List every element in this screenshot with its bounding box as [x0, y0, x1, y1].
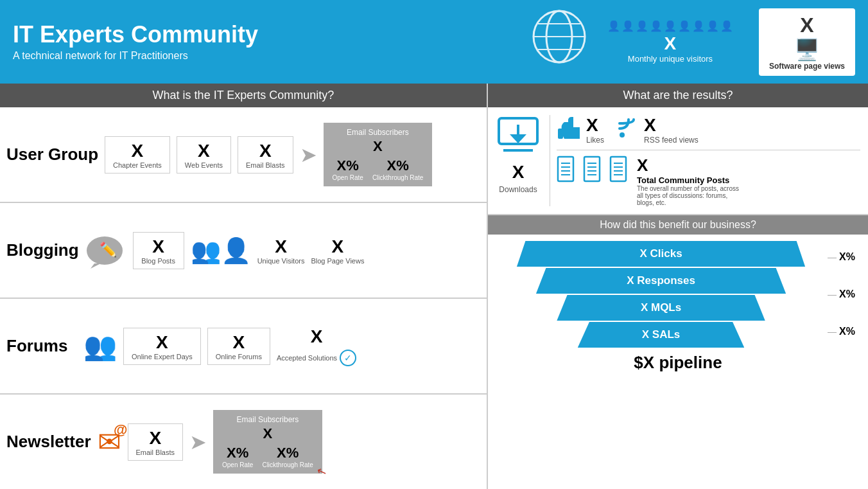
header-stats: 👤 👤 👤 👤 👤 👤 👤 👤 👤 X Monthly unique visit… [607, 8, 855, 76]
chapter-x: X [132, 141, 144, 161]
newsletter-subscribers-x: X [263, 425, 273, 442]
funnel-wrapper: X Clicks X Responses X MQLs X SALs [501, 241, 855, 348]
checkmark-icon: ✓ [340, 350, 356, 366]
header-left: IT Experts Community A technical network… [13, 22, 511, 62]
people-icons: 👤 👤 👤 👤 👤 👤 👤 👤 👤 [607, 20, 733, 32]
forums-people-icon: 👥 [83, 330, 117, 362]
newsletter-open-rate: X% Open Rate [222, 445, 253, 468]
results-grid: X Downloads X [488, 107, 868, 215]
forums-section: Forums 👥 X Online Expert Days X Online F… [0, 299, 487, 395]
unique-visitors-metric: X Unique Visitors [257, 236, 305, 265]
funnel-pct2: — X% [828, 289, 855, 300]
responses-label: Responses [637, 274, 695, 287]
blog-views-metric: X Blog Page Views [311, 236, 364, 265]
software-x-value: X [800, 13, 813, 37]
blog-posts-label: Blog Posts [141, 257, 175, 265]
person-icon: 👤 [706, 20, 719, 32]
funnel-pct1: — X% [828, 251, 855, 263]
newsletter-email-rates: X% Open Rate X% Clickthrough Rate [222, 445, 313, 468]
blog-views-x: X [332, 236, 344, 257]
app-subtitle: A technical network for IT Practitioners [13, 50, 511, 62]
thumbs-up-icon [557, 116, 582, 144]
newsletter-email-subscribers-box: Email Subscribers X X% Open Rate X% Clic… [213, 410, 322, 474]
cursor-icon: ↖ [315, 463, 329, 480]
blog-posts-metric: X Blog Posts [133, 232, 184, 269]
results-top-row: X Likes [557, 115, 860, 150]
likes-metric: X Likes [586, 115, 604, 145]
ug-subscribers-x: X [373, 138, 383, 155]
person-icon: 👤 [720, 20, 733, 32]
blogging-title: Blogging [6, 240, 79, 260]
forums-items: 👥 X Online Expert Days X Online Forums X… [83, 326, 480, 366]
pct2-value: X% [839, 289, 855, 300]
svg-point-13 [620, 132, 625, 138]
web-events-metric: X Web Events [177, 136, 231, 173]
online-forums-label: Online Forums [216, 353, 262, 360]
blog-views-label: Blog Page Views [311, 257, 364, 265]
rss-metric: X RSS feed views [644, 115, 699, 145]
ug-subscribers-title: Email Subscribers [347, 128, 409, 137]
email-blasts-ug-metric: X Email Blasts [238, 136, 293, 173]
svg-rect-14 [558, 157, 573, 181]
expert-days-x: X [156, 332, 168, 353]
unique-visitors-icon: 👥👤 [191, 236, 251, 265]
newsletter-subscribers-title: Email Subscribers [237, 415, 299, 424]
accepted-solutions-x: X [311, 326, 323, 347]
accepted-solutions-metric: X Accepted Solutions ✓ [277, 326, 356, 366]
monthly-visitors-value: X [664, 33, 677, 54]
funnel-pct3: — X% [828, 326, 855, 337]
ug-clickthrough-rate: X% Clickthrough Rate [372, 157, 423, 181]
ug-clickthrough-x: X% [386, 157, 408, 174]
ug-clickthrough-label: Clickthrough Rate [372, 174, 423, 181]
left-section-header: What is the IT Experts Community? [0, 84, 487, 107]
user-group-section: User Group X Chapter Events X Web Events… [0, 107, 487, 203]
downloads-x: X [512, 162, 525, 182]
pct3-value: X% [839, 326, 855, 337]
right-panel: What are the results? X Downloads [488, 84, 868, 489]
doc-icons [557, 156, 629, 206]
monitor-icon: 🖥️ [794, 37, 820, 62]
sections: User Group X Chapter Events X Web Events… [0, 107, 487, 489]
rss-x: X [644, 115, 699, 136]
blog-icon: ✏️ [85, 230, 126, 271]
monthly-visitors-block: 👤 👤 👤 👤 👤 👤 👤 👤 👤 X Monthly unique visit… [607, 20, 733, 64]
newsletter-open-rate-label: Open Rate [222, 461, 253, 468]
email-blasts-ug-label: Email Blasts [246, 161, 285, 169]
likes-x: X [586, 115, 604, 136]
likes-label: Likes [586, 136, 604, 145]
funnel-levels: X Clicks X Responses X MQLs X SALs [501, 241, 821, 348]
globe-icon [530, 8, 588, 76]
user-group-items: X Chapter Events X Web Events X Email Bl… [105, 123, 480, 186]
chapter-events-metric: X Chapter Events [105, 136, 170, 173]
total-posts-block: X Total Community Posts The overall numb… [637, 156, 740, 206]
rss-block: X RSS feed views [617, 115, 699, 145]
left-panel: What is the IT Experts Community? User G… [0, 84, 488, 489]
arrow-icon: ➤ [300, 143, 317, 167]
newsletter-blasts-label: Email Blasts [136, 449, 175, 456]
newsletter-blasts-x: X [149, 428, 161, 449]
funnel-mqls-level: X MQLs [557, 295, 765, 321]
newsletter-clickthrough-label: Clickthrough Rate [262, 461, 313, 468]
app-title: IT Experts Community [13, 22, 511, 48]
ug-open-rate-label: Open Rate [333, 174, 363, 181]
svg-rect-19 [584, 157, 600, 181]
blog-posts-x: X [152, 236, 164, 257]
ug-email-subscribers-box: Email Subscribers X X% Open Rate X% Clic… [324, 123, 433, 186]
unique-visitors-x: X [275, 236, 287, 257]
clicks-label: Clicks [650, 247, 682, 260]
blogging-section: Blogging ✏️ X Blog Posts [0, 203, 487, 299]
newsletter-clickthrough-rate: X% Clickthrough Rate [262, 445, 313, 468]
svg-rect-12 [558, 129, 563, 139]
rss-icon [617, 117, 640, 143]
web-label: Web Events [185, 161, 223, 169]
ug-open-rate: X% Open Rate [333, 157, 363, 181]
svg-text:✏️: ✏️ [100, 241, 117, 258]
online-forums-metric: X Online Forums [207, 328, 270, 365]
main-content: What is the IT Experts Community? User G… [0, 84, 868, 489]
funnel-responses-level: X Responses [536, 268, 786, 294]
person-icon: 👤 [664, 20, 677, 32]
newsletter-open-rate-x: X% [227, 445, 248, 461]
software-label: Software page views [769, 62, 845, 71]
software-pageviews-block: X 🖥️ Software page views [759, 8, 855, 76]
newsletter-section: Newsletter ✉ @ X Email Blasts ➤ Email Su… [0, 395, 487, 489]
